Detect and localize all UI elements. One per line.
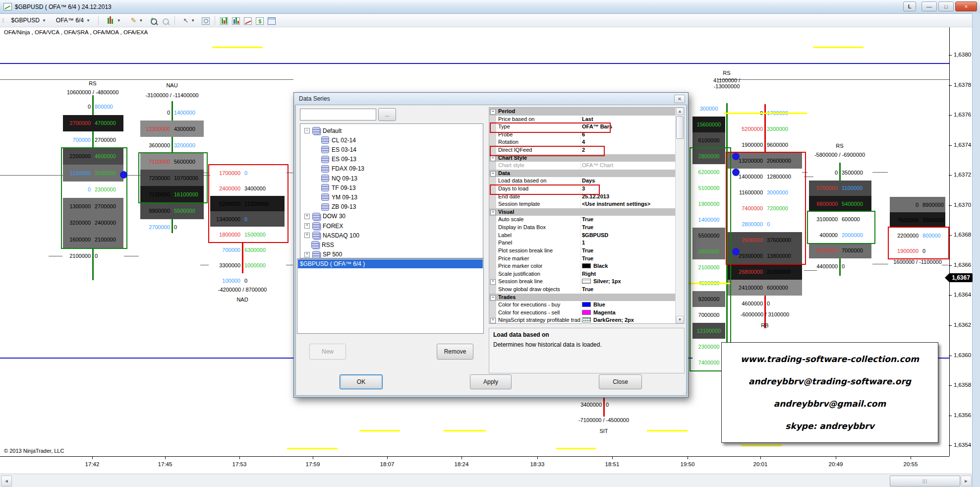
grid-row[interactable]: +Session break lineSilver; 1px [489,278,676,286]
ok-button[interactable]: OK [340,374,383,389]
instrument-tree[interactable]: −DefaultCL 02-14ES 03-14ES 09-13FDAX 09-… [300,123,483,258]
grid-category[interactable]: −Period [489,108,676,116]
collapse-icon[interactable]: − [490,171,496,177]
grid-row[interactable]: Price marker colorBlack [489,262,676,271]
zoom-out-button[interactable] [161,16,170,25]
grid-category[interactable]: −Data [489,170,676,178]
tree-item-default[interactable]: −Default [304,126,342,135]
grid-property-value[interactable]: DarkGreen; 2px [582,317,634,323]
bars-panel-button[interactable] [220,16,229,25]
grid-scrollbar[interactable]: ▲▼ [675,108,684,323]
new-button[interactable]: New [309,344,346,360]
tree-item-es-09-13[interactable]: ES 09-13 [314,155,356,164]
zoom-in-button[interactable]: + [149,16,158,25]
tree-item-tf-09-13[interactable]: TF 09-13 [314,183,356,192]
browse-instruments-button[interactable]: ... [378,108,396,121]
grid-property-value[interactable]: Right [582,271,596,277]
grid-property-value[interactable]: $GBPUSD [582,232,608,238]
price-axis[interactable]: 1,63801,63781,63761,63741,63721,63701,63… [950,27,973,456]
grid-property-value[interactable]: OFA™ Bars [582,123,612,129]
grid-row[interactable]: Days to load3 [489,185,676,193]
currency-button[interactable]: $ [255,16,264,25]
grid-property-value[interactable]: Magenta [582,309,616,315]
grid-row[interactable]: End date25.12.2013 [489,193,676,201]
grid-row[interactable]: Chart styleOFA™ Chart [489,162,676,170]
tree-item-nq-09-13[interactable]: NQ 09-13 [314,174,357,183]
collapse-icon[interactable]: − [490,156,496,161]
collapse-icon[interactable]: − [490,295,496,301]
grid-property-value[interactable]: OFA™ Chart [582,162,613,168]
close-button[interactable]: × [955,1,977,11]
horizontal-scrollbar[interactable]: ◄ ► ||| [0,474,972,487]
grid-property-value[interactable]: 2 [582,147,585,153]
selected-series-item[interactable]: $GBPUSD ( OFA™ 6/4 ) [298,259,483,268]
grid-property-value[interactable]: 1 [582,240,585,245]
grid-property-value[interactable]: <Use instrument settings> [582,201,650,207]
line-chart-button[interactable] [243,16,252,25]
grid-property-value[interactable]: 6 [582,131,585,137]
remove-button[interactable]: Remove [437,344,473,360]
grid-row[interactable]: Panel1 [489,239,676,247]
tree-item-nasdaq-100[interactable]: +NASDAQ 100 [304,231,359,240]
apply-button[interactable]: Apply [470,374,512,389]
cursor-tool-button[interactable]: ↖▼ [179,15,198,26]
close-dialog-button[interactable]: Close [599,374,642,389]
toolbar-grip[interactable]: ⁞⁞ [2,18,4,23]
grid-scrollbar-thumb[interactable] [676,116,684,139]
grid-row[interactable]: Label$GBPUSD [489,232,676,240]
grid-row[interactable]: Auto scaleTrue [489,216,676,224]
tree-item-ym-09-13[interactable]: YM 09-13 [314,192,357,202]
grid-row[interactable]: Scale justificationRight [489,270,676,279]
grid-property-value[interactable]: True [582,247,593,253]
expand-icon[interactable]: + [304,252,310,257]
tree-item-forex[interactable]: +FOREX [304,221,343,231]
grid-row[interactable]: Load data based onDays [489,177,676,185]
scrollbar-thumb[interactable]: ||| [890,476,960,487]
grid-row[interactable]: Display in Data BoxTrue [489,224,676,232]
grid-row[interactable]: Probe6 [489,131,676,139]
tree-item-es-03-14[interactable]: ES 03-14 [314,145,356,154]
grid-property-value[interactable]: True [582,224,593,230]
grid-button[interactable] [267,16,276,25]
grid-property-value[interactable]: True [582,286,593,292]
grid-property-value[interactable]: Days [582,178,595,183]
grid-row[interactable]: TypeOFA™ Bars [489,123,676,131]
scroll-down-arrow[interactable]: ▼ [676,316,684,323]
grid-category[interactable]: −Trades [489,294,676,302]
lock-scale-button[interactable]: L [903,1,916,11]
grid-row[interactable]: Price based onLast [489,116,676,124]
grid-row[interactable]: Session template<Use instrument settings… [489,200,676,209]
tree-item-dow-30[interactable]: +DOW 30 [304,212,346,221]
minimize-button[interactable]: — [922,1,937,11]
dialog-close-button[interactable]: ✕ [674,95,685,103]
expand-icon[interactable]: + [490,318,496,323]
draw-tools-button[interactable]: ✎▼ [127,15,147,26]
tree-item-cl-02-14[interactable]: CL 02-14 [314,135,356,145]
grid-property-value[interactable]: 3 [582,185,585,191]
resize-grip[interactable]: ⋰ [682,391,686,396]
instrument-dropdown[interactable]: $GBPUSD▼ [8,15,50,25]
grid-category[interactable]: −Chart Style [489,154,676,163]
grid-property-value[interactable]: Silver; 1px [582,278,621,284]
tree-item-sp-500[interactable]: +SP 500 [304,250,342,258]
expand-icon[interactable]: + [490,279,496,285]
grid-row[interactable]: Rotation4 [489,138,676,147]
data-box-button[interactable] [201,16,210,25]
period-dropdown[interactable]: OFA™ 6/4▼ [53,15,94,25]
grid-row[interactable]: +NinjaScript strategy profitable tradDar… [489,316,676,324]
grid-row[interactable]: Color for executions - sellMagenta [489,309,676,317]
expand-icon[interactable]: + [304,233,310,238]
expand-icon[interactable]: + [304,223,310,229]
grid-row[interactable]: Price markerTrue [489,255,676,263]
grid-row[interactable]: Color for executions - buyBlue [489,301,676,309]
grid-property-value[interactable]: 25.12.2013 [582,193,609,199]
grid-category[interactable]: −Visual [489,208,676,217]
grid-property-value[interactable]: 4 [582,139,585,145]
instrument-filter-input[interactable] [300,109,376,121]
collapse-icon[interactable]: − [490,210,496,215]
scroll-up-arrow[interactable]: ▲ [676,108,684,115]
volume-panel-button[interactable] [231,16,240,25]
scroll-left-arrow[interactable]: ◄ [1,476,12,487]
collapse-icon[interactable]: − [490,109,496,115]
grid-property-value[interactable]: True [582,255,593,261]
